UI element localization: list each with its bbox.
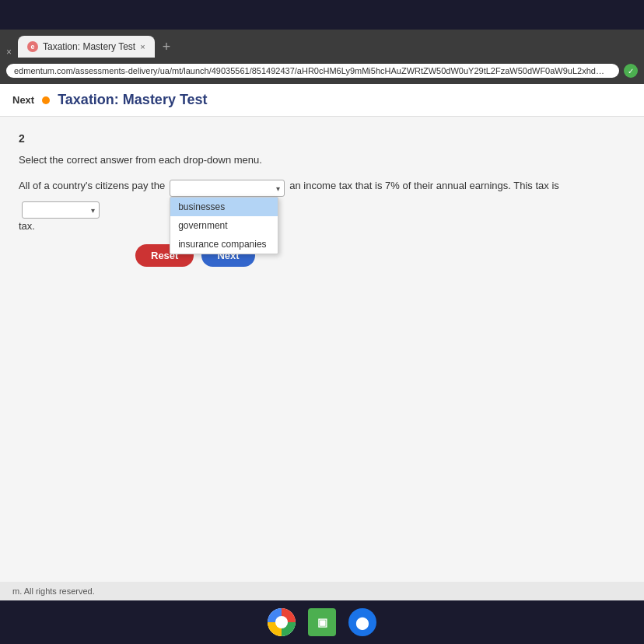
active-tab[interactable]: e Taxation: Mastery Test × — [18, 36, 155, 58]
browser-chrome: × e Taxation: Mastery Test × + edmentum.… — [0, 30, 644, 84]
files-taskbar-icon[interactable]: ▣ — [308, 608, 336, 636]
question-number: 2 — [19, 132, 625, 145]
os-top-bar — [0, 0, 644, 30]
dropdown-option-insurance[interactable]: insurance companies — [170, 235, 278, 254]
dropdown-option-businesses[interactable]: businesses — [170, 198, 278, 216]
tab-title: Taxation: Mastery Test — [43, 41, 135, 52]
footer-text: m. All rights reserved. — [12, 586, 95, 596]
footer: m. All rights reserved. — [0, 582, 644, 600]
dropdown1-wrapper: businesses government insurance companie… — [170, 180, 285, 197]
settings-taskbar-icon[interactable]: ⬤ — [348, 608, 376, 636]
new-tab-button[interactable]: + — [158, 36, 176, 58]
dropdown1-menu: businesses government insurance companie… — [170, 197, 278, 254]
question-text-part2: an income tax that is 7% of their annual… — [289, 180, 559, 191]
question-container: 2 Select the correct answer from each dr… — [0, 117, 644, 582]
address-bar-row: edmentum.com/assessments-delivery/ua/mt/… — [0, 58, 644, 84]
question-text-area: All of a country's citizens pay the busi… — [19, 180, 625, 219]
svg-point-1 — [275, 616, 288, 628]
question-text-part3: tax. — [19, 220, 625, 232]
dropdown-option-government[interactable]: government — [170, 216, 278, 235]
tab-bar: × e Taxation: Mastery Test × + — [0, 30, 644, 58]
security-icon: ✓ — [624, 64, 638, 78]
chrome-taskbar-icon[interactable] — [268, 608, 296, 636]
app-header: Next Taxation: Mastery Test — [0, 84, 644, 117]
app-title: Taxation: Mastery Test — [58, 92, 207, 108]
main-content: 2 Select the correct answer from each dr… — [0, 117, 644, 600]
question-text-part1: All of a country's citizens pay the — [19, 180, 165, 191]
orange-dot-icon — [42, 96, 50, 104]
instruction-text: Select the correct answer from each drop… — [19, 154, 625, 166]
address-bar[interactable]: edmentum.com/assessments-delivery/ua/mt/… — [6, 64, 619, 78]
next-link[interactable]: Next — [12, 94, 34, 106]
os-bottom-bar: ▣ ⬤ — [0, 600, 644, 644]
tab-favicon: e — [27, 41, 38, 52]
dropdown2-wrapper: ▾ — [22, 201, 100, 219]
dropdown2-select[interactable] — [22, 201, 100, 219]
dropdown1-select[interactable]: businesses government insurance companie… — [170, 180, 285, 197]
tab-close-left[interactable]: × — [6, 47, 12, 58]
tab-close-btn[interactable]: × — [140, 42, 145, 51]
